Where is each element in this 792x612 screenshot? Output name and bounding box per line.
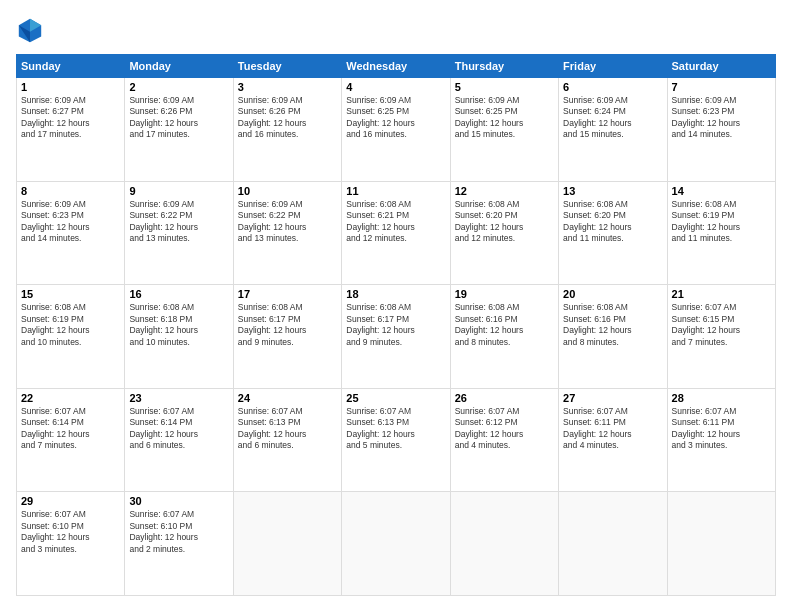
day-info: Sunrise: 6:09 AM Sunset: 6:24 PM Dayligh… — [563, 95, 662, 141]
day-info: Sunrise: 6:09 AM Sunset: 6:25 PM Dayligh… — [346, 95, 445, 141]
day-number: 9 — [129, 185, 228, 197]
day-info: Sunrise: 6:08 AM Sunset: 6:17 PM Dayligh… — [346, 302, 445, 348]
weekday-header-row: SundayMondayTuesdayWednesdayThursdayFrid… — [17, 55, 776, 78]
table-row — [342, 492, 450, 596]
day-number: 26 — [455, 392, 554, 404]
day-info: Sunrise: 6:07 AM Sunset: 6:10 PM Dayligh… — [21, 509, 120, 555]
day-number: 3 — [238, 81, 337, 93]
table-row: 11Sunrise: 6:08 AM Sunset: 6:21 PM Dayli… — [342, 181, 450, 285]
day-info: Sunrise: 6:07 AM Sunset: 6:15 PM Dayligh… — [672, 302, 771, 348]
day-number: 5 — [455, 81, 554, 93]
table-row: 10Sunrise: 6:09 AM Sunset: 6:22 PM Dayli… — [233, 181, 341, 285]
day-number: 7 — [672, 81, 771, 93]
table-row — [667, 492, 775, 596]
day-info: Sunrise: 6:08 AM Sunset: 6:16 PM Dayligh… — [455, 302, 554, 348]
day-info: Sunrise: 6:08 AM Sunset: 6:17 PM Dayligh… — [238, 302, 337, 348]
table-row: 3Sunrise: 6:09 AM Sunset: 6:26 PM Daylig… — [233, 78, 341, 182]
day-number: 10 — [238, 185, 337, 197]
day-number: 27 — [563, 392, 662, 404]
table-row: 24Sunrise: 6:07 AM Sunset: 6:13 PM Dayli… — [233, 388, 341, 492]
table-row: 18Sunrise: 6:08 AM Sunset: 6:17 PM Dayli… — [342, 285, 450, 389]
day-number: 1 — [21, 81, 120, 93]
calendar-table: SundayMondayTuesdayWednesdayThursdayFrid… — [16, 54, 776, 596]
day-info: Sunrise: 6:08 AM Sunset: 6:20 PM Dayligh… — [455, 199, 554, 245]
day-number: 13 — [563, 185, 662, 197]
calendar-week-row: 22Sunrise: 6:07 AM Sunset: 6:14 PM Dayli… — [17, 388, 776, 492]
day-info: Sunrise: 6:08 AM Sunset: 6:19 PM Dayligh… — [21, 302, 120, 348]
day-number: 24 — [238, 392, 337, 404]
day-info: Sunrise: 6:08 AM Sunset: 6:16 PM Dayligh… — [563, 302, 662, 348]
day-number: 12 — [455, 185, 554, 197]
day-info: Sunrise: 6:09 AM Sunset: 6:27 PM Dayligh… — [21, 95, 120, 141]
table-row — [559, 492, 667, 596]
day-number: 14 — [672, 185, 771, 197]
day-number: 6 — [563, 81, 662, 93]
weekday-header-saturday: Saturday — [667, 55, 775, 78]
table-row: 7Sunrise: 6:09 AM Sunset: 6:23 PM Daylig… — [667, 78, 775, 182]
table-row: 29Sunrise: 6:07 AM Sunset: 6:10 PM Dayli… — [17, 492, 125, 596]
table-row: 13Sunrise: 6:08 AM Sunset: 6:20 PM Dayli… — [559, 181, 667, 285]
calendar-week-row: 15Sunrise: 6:08 AM Sunset: 6:19 PM Dayli… — [17, 285, 776, 389]
calendar-week-row: 29Sunrise: 6:07 AM Sunset: 6:10 PM Dayli… — [17, 492, 776, 596]
calendar-week-row: 1Sunrise: 6:09 AM Sunset: 6:27 PM Daylig… — [17, 78, 776, 182]
table-row: 22Sunrise: 6:07 AM Sunset: 6:14 PM Dayli… — [17, 388, 125, 492]
day-info: Sunrise: 6:08 AM Sunset: 6:18 PM Dayligh… — [129, 302, 228, 348]
header — [16, 16, 776, 44]
day-number: 25 — [346, 392, 445, 404]
table-row: 15Sunrise: 6:08 AM Sunset: 6:19 PM Dayli… — [17, 285, 125, 389]
weekday-header-thursday: Thursday — [450, 55, 558, 78]
day-info: Sunrise: 6:08 AM Sunset: 6:19 PM Dayligh… — [672, 199, 771, 245]
table-row: 20Sunrise: 6:08 AM Sunset: 6:16 PM Dayli… — [559, 285, 667, 389]
table-row: 26Sunrise: 6:07 AM Sunset: 6:12 PM Dayli… — [450, 388, 558, 492]
day-info: Sunrise: 6:09 AM Sunset: 6:26 PM Dayligh… — [238, 95, 337, 141]
weekday-header-monday: Monday — [125, 55, 233, 78]
day-number: 29 — [21, 495, 120, 507]
table-row: 23Sunrise: 6:07 AM Sunset: 6:14 PM Dayli… — [125, 388, 233, 492]
table-row: 8Sunrise: 6:09 AM Sunset: 6:23 PM Daylig… — [17, 181, 125, 285]
day-number: 11 — [346, 185, 445, 197]
day-info: Sunrise: 6:07 AM Sunset: 6:13 PM Dayligh… — [238, 406, 337, 452]
table-row: 6Sunrise: 6:09 AM Sunset: 6:24 PM Daylig… — [559, 78, 667, 182]
day-number: 21 — [672, 288, 771, 300]
table-row: 16Sunrise: 6:08 AM Sunset: 6:18 PM Dayli… — [125, 285, 233, 389]
day-info: Sunrise: 6:09 AM Sunset: 6:23 PM Dayligh… — [672, 95, 771, 141]
table-row: 2Sunrise: 6:09 AM Sunset: 6:26 PM Daylig… — [125, 78, 233, 182]
day-number: 8 — [21, 185, 120, 197]
day-info: Sunrise: 6:09 AM Sunset: 6:22 PM Dayligh… — [238, 199, 337, 245]
weekday-header-wednesday: Wednesday — [342, 55, 450, 78]
table-row: 21Sunrise: 6:07 AM Sunset: 6:15 PM Dayli… — [667, 285, 775, 389]
day-info: Sunrise: 6:07 AM Sunset: 6:11 PM Dayligh… — [563, 406, 662, 452]
weekday-header-friday: Friday — [559, 55, 667, 78]
page: SundayMondayTuesdayWednesdayThursdayFrid… — [0, 0, 792, 612]
day-number: 2 — [129, 81, 228, 93]
table-row: 30Sunrise: 6:07 AM Sunset: 6:10 PM Dayli… — [125, 492, 233, 596]
table-row — [233, 492, 341, 596]
calendar-body: 1Sunrise: 6:09 AM Sunset: 6:27 PM Daylig… — [17, 78, 776, 596]
day-info: Sunrise: 6:07 AM Sunset: 6:13 PM Dayligh… — [346, 406, 445, 452]
day-info: Sunrise: 6:08 AM Sunset: 6:20 PM Dayligh… — [563, 199, 662, 245]
day-info: Sunrise: 6:07 AM Sunset: 6:12 PM Dayligh… — [455, 406, 554, 452]
table-row: 12Sunrise: 6:08 AM Sunset: 6:20 PM Dayli… — [450, 181, 558, 285]
day-number: 28 — [672, 392, 771, 404]
day-info: Sunrise: 6:09 AM Sunset: 6:22 PM Dayligh… — [129, 199, 228, 245]
day-info: Sunrise: 6:09 AM Sunset: 6:26 PM Dayligh… — [129, 95, 228, 141]
table-row: 4Sunrise: 6:09 AM Sunset: 6:25 PM Daylig… — [342, 78, 450, 182]
day-info: Sunrise: 6:07 AM Sunset: 6:14 PM Dayligh… — [21, 406, 120, 452]
day-number: 19 — [455, 288, 554, 300]
logo — [16, 16, 46, 44]
day-info: Sunrise: 6:09 AM Sunset: 6:23 PM Dayligh… — [21, 199, 120, 245]
table-row: 17Sunrise: 6:08 AM Sunset: 6:17 PM Dayli… — [233, 285, 341, 389]
table-row: 28Sunrise: 6:07 AM Sunset: 6:11 PM Dayli… — [667, 388, 775, 492]
day-info: Sunrise: 6:08 AM Sunset: 6:21 PM Dayligh… — [346, 199, 445, 245]
table-row: 19Sunrise: 6:08 AM Sunset: 6:16 PM Dayli… — [450, 285, 558, 389]
day-info: Sunrise: 6:09 AM Sunset: 6:25 PM Dayligh… — [455, 95, 554, 141]
day-number: 22 — [21, 392, 120, 404]
day-info: Sunrise: 6:07 AM Sunset: 6:10 PM Dayligh… — [129, 509, 228, 555]
table-row: 25Sunrise: 6:07 AM Sunset: 6:13 PM Dayli… — [342, 388, 450, 492]
day-number: 17 — [238, 288, 337, 300]
table-row — [450, 492, 558, 596]
day-number: 30 — [129, 495, 228, 507]
table-row: 27Sunrise: 6:07 AM Sunset: 6:11 PM Dayli… — [559, 388, 667, 492]
table-row: 14Sunrise: 6:08 AM Sunset: 6:19 PM Dayli… — [667, 181, 775, 285]
weekday-header-tuesday: Tuesday — [233, 55, 341, 78]
